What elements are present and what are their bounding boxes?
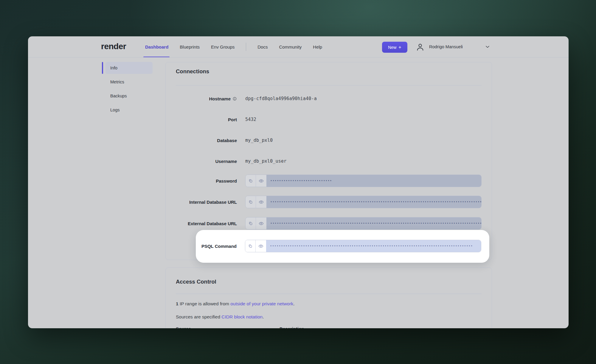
sidebar-item-label: Info	[110, 66, 117, 70]
sidebar-item-backups[interactable]: Backups	[105, 90, 153, 102]
period: .	[293, 301, 294, 306]
port-label: Port	[166, 117, 237, 122]
reveal-external-url-button[interactable]	[256, 217, 266, 229]
header-divider	[28, 57, 569, 57]
nav-blueprints[interactable]: Blueprints	[180, 44, 200, 49]
nav-dashboard[interactable]: Dashboard	[145, 44, 168, 49]
nav-help[interactable]: Help	[313, 44, 322, 49]
top-navigation-bar: render Dashboard Blueprints Env Groups D…	[28, 36, 569, 57]
internal-db-url-row: Internal Database URL ••••••••••••••••••…	[166, 196, 482, 208]
password-masked-value[interactable]: ••••••••••••••••••••••••••••	[266, 175, 481, 187]
access-control-title: Access Control	[176, 279, 216, 285]
ip-range-text-body: IP range is allowed from	[179, 301, 231, 306]
nav-env-groups[interactable]: Env Groups	[211, 44, 235, 49]
external-db-url-label: External Database URL	[166, 221, 237, 226]
internal-db-url-label: Internal Database URL	[166, 200, 237, 205]
main-nav: Dashboard Blueprints Env Groups Docs Com…	[145, 36, 322, 57]
nav-community[interactable]: Community	[279, 44, 302, 49]
psql-command-field-group: ••••••••••••••••••••••••••••••••••••••••…	[245, 240, 481, 252]
external-db-url-field-group: ••••••••••••••••••••••••••••••••••••••••…	[245, 217, 482, 230]
sidebar-item-metrics[interactable]: Metrics	[105, 76, 153, 88]
username-label: Username	[166, 159, 237, 164]
info-icon[interactable]	[232, 97, 237, 101]
sources-text-body: Sources are specified	[176, 314, 221, 319]
section-divider	[176, 85, 482, 85]
username-row: Username my_db_pxl0_user	[166, 155, 286, 167]
psql-command-masked-value[interactable]: ••••••••••••••••••••••••••••••••••••••••…	[266, 240, 481, 252]
description-column-header: Description	[280, 326, 304, 328]
field-label-text: Hostname	[209, 96, 231, 101]
nav-docs[interactable]: Docs	[257, 44, 268, 49]
sidebar-item-info[interactable]: Info	[105, 62, 153, 74]
period: .	[263, 314, 264, 319]
psql-command-highlight: PSQL Command •••••••••••••••••••••••••••…	[196, 230, 489, 263]
port-value: 5432	[245, 117, 256, 122]
internal-db-url-field-group: ••••••••••••••••••••••••••••••••••••••••…	[245, 196, 482, 208]
section-divider	[176, 294, 482, 294]
chevron-down-icon[interactable]	[485, 44, 491, 50]
password-field-group: ••••••••••••••••••••••••••••	[245, 175, 482, 187]
database-value: my_db_pxl0	[245, 138, 273, 143]
username-value: my_db_pxl0_user	[245, 158, 286, 164]
copy-external-url-button[interactable]	[246, 217, 256, 229]
sources-text: Sources are specified CIDR block notatio…	[176, 314, 264, 320]
connections-title: Connections	[176, 68, 209, 75]
database-row: Database my_db_pxl0	[166, 134, 273, 147]
copy-password-button[interactable]	[246, 175, 256, 187]
external-db-url-row: External Database URL ••••••••••••••••••…	[166, 217, 482, 230]
reveal-internal-url-button[interactable]	[256, 196, 266, 208]
plus-icon: +	[398, 45, 401, 50]
access-control-panel: Access Control 1 IP range is allowed fro…	[165, 267, 492, 328]
psql-command-label: PSQL Command	[196, 244, 237, 249]
private-network-link[interactable]: outside of your private network	[230, 301, 293, 306]
new-button[interactable]: New +	[382, 42, 407, 53]
hostname-row: Hostname dpg-cfd8qola4996a90hia40-a	[166, 92, 317, 105]
sidebar-item-label: Backups	[110, 94, 127, 98]
source-column-header: Source	[176, 326, 191, 328]
copy-internal-url-button[interactable]	[246, 196, 256, 208]
hostname-value: dpg-cfd8qola4996a90hia40-a	[245, 96, 317, 101]
hostname-label: Hostname	[166, 96, 237, 101]
external-db-url-masked-value[interactable]: ••••••••••••••••••••••••••••••••••••••••…	[266, 217, 481, 229]
password-row: Password ••••••••••••••••••••••••••••	[166, 175, 482, 187]
database-label: Database	[166, 138, 237, 143]
user-avatar-icon[interactable]	[415, 42, 425, 52]
render-logo[interactable]: render	[101, 42, 126, 51]
ip-range-text: 1 IP range is allowed from outside of yo…	[176, 301, 295, 307]
password-label: Password	[166, 178, 237, 183]
render-dashboard-window: render Dashboard Blueprints Env Groups D…	[28, 36, 569, 328]
user-name[interactable]: Rodrigo Mansueli	[429, 44, 463, 49]
reveal-password-button[interactable]	[256, 175, 266, 187]
active-indicator	[102, 62, 103, 74]
reveal-psql-command-button[interactable]	[256, 240, 266, 252]
internal-db-url-masked-value[interactable]: ••••••••••••••••••••••••••••••••••••••••…	[266, 196, 481, 208]
sidebar-item-label: Metrics	[110, 80, 124, 84]
copy-psql-command-button[interactable]	[245, 240, 256, 252]
cidr-notation-link[interactable]: CIDR block notation	[221, 314, 263, 319]
sidebar-item-logs[interactable]: Logs	[105, 104, 153, 116]
nav-divider	[246, 43, 246, 51]
ip-range-count: 1	[176, 301, 179, 306]
psql-command-row: PSQL Command •••••••••••••••••••••••••••…	[196, 240, 237, 252]
sidebar-item-label: Logs	[110, 108, 119, 112]
new-button-label: New	[388, 45, 396, 50]
port-row: Port 5432	[166, 113, 256, 126]
